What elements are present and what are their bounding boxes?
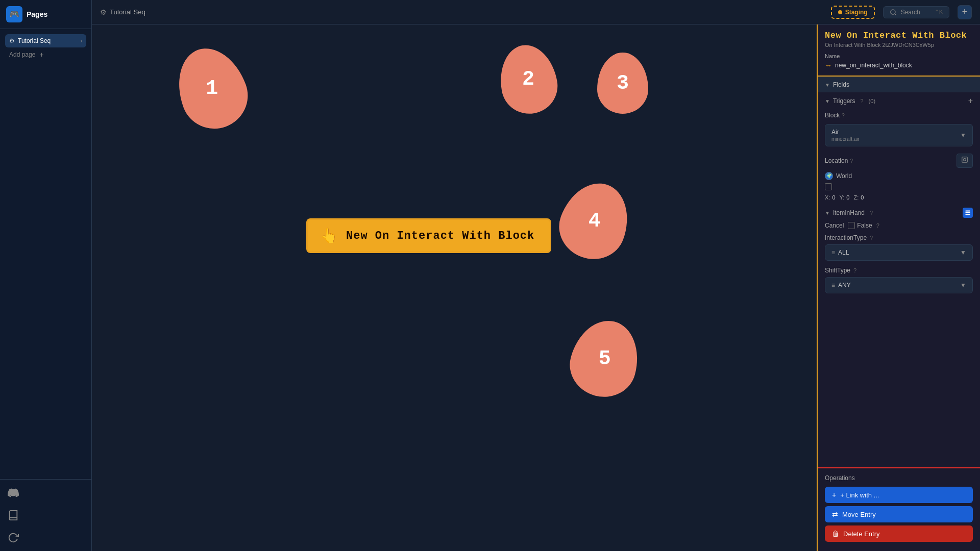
interaction-type-label: InteractionType ? — [825, 234, 973, 241]
move-entry-button[interactable]: ⇄ Move Entry — [825, 506, 973, 522]
triggers-help-icon[interactable]: ? — [860, 98, 863, 104]
logo-symbol: 🎮 — [9, 9, 19, 19]
name-icon: ↔ — [825, 61, 832, 69]
svg-rect-6 — [966, 214, 970, 215]
staging-label: Staging — [845, 9, 868, 16]
interaction-type-value: ALL — [838, 249, 957, 256]
triggers-chevron-icon: ▼ — [825, 98, 830, 104]
shift-type-chevron-icon: ▼ — [960, 282, 966, 289]
fields-section-header[interactable]: ▼ Fields — [818, 77, 980, 92]
breadcrumb-text: Tutorial Seq — [110, 8, 145, 16]
location-header: Location ? — [825, 154, 973, 168]
interaction-type-help-icon[interactable]: ? — [870, 235, 873, 241]
shape-3[interactable]: 3 — [597, 53, 648, 114]
canvas-block-icon: 👆 — [320, 227, 338, 244]
item-in-hand-help-icon[interactable]: ? — [870, 210, 873, 216]
shape-1[interactable]: 1 — [167, 39, 257, 138]
x-value: 0 — [832, 194, 835, 201]
topbar: ⚙ Tutorial Seq Staging Search ⌃K + — [92, 0, 980, 24]
interaction-type-select[interactable]: ≡ ALL ▼ — [825, 244, 973, 261]
shape-3-number: 3 — [617, 72, 629, 95]
breadcrumb-icon: ⚙ — [100, 8, 107, 16]
item-in-hand-badge[interactable] — [963, 208, 973, 218]
shape-5[interactable]: 5 — [563, 313, 647, 405]
item-in-hand-chevron-icon: ▼ — [825, 210, 830, 216]
right-panel-subtitle: On Interact With Block 2tZJWDrCN3CxW5p — [825, 42, 973, 48]
item-in-hand-label: ItemInHand — [833, 209, 865, 216]
y-label: Y: — [840, 194, 845, 201]
link-btn-label: + Link with ... — [840, 491, 879, 499]
add-icon: + — [962, 7, 968, 17]
block-select-chevron-icon: ▼ — [960, 132, 966, 139]
svg-point-3 — [964, 159, 966, 161]
shift-type-value: ANY — [838, 282, 957, 289]
shape-2-number: 2 — [522, 68, 534, 91]
move-icon: ⇄ — [832, 510, 838, 518]
cancel-help-icon[interactable]: ? — [876, 222, 879, 229]
fields-section: ▼ Fields ▼ Triggers ? (0) + Block ? — [818, 77, 980, 467]
search-icon — [890, 9, 897, 16]
right-panel-header: New On Interact With Block On Interact W… — [818, 24, 980, 77]
delete-entry-button[interactable]: 🗑 Delete Entry — [825, 525, 973, 542]
location-screenshot-button[interactable] — [957, 154, 973, 168]
shift-type-select[interactable]: ≡ ANY ▼ — [825, 277, 973, 293]
shape-2[interactable]: 2 — [495, 40, 562, 118]
shift-type-help-icon[interactable]: ? — [853, 267, 856, 273]
svg-rect-4 — [966, 211, 970, 212]
sidebar-item-tutorial-seq[interactable]: ⚙ Tutorial Seq › — [5, 34, 86, 47]
shape-4[interactable]: 4 — [550, 173, 639, 268]
move-btn-label: Move Entry — [842, 511, 876, 518]
name-value: new_on_interact_with_block — [835, 62, 912, 69]
link-with-button[interactable]: + + Link with ... — [825, 487, 973, 503]
fields-label: Fields — [833, 81, 849, 88]
xyz-row: X: 0 Y: 0 Z: 0 — [825, 194, 973, 201]
main-wrapper: ⚙ Tutorial Seq Staging Search ⌃K + 1 2 — [92, 0, 980, 551]
shift-type-section: ShiftType ? ≡ ANY ▼ — [818, 265, 980, 297]
canvas-block[interactable]: 👆 New On Interact With Block — [306, 218, 551, 253]
location-help-icon[interactable]: ? — [850, 158, 853, 164]
x-field: X: 0 — [825, 194, 836, 201]
cancel-label: Cancel — [825, 222, 844, 229]
breadcrumb: ⚙ Tutorial Seq — [100, 8, 145, 16]
triggers-label: Triggers — [833, 97, 855, 105]
add-page-button[interactable]: Add page + — [5, 47, 86, 62]
sidebar-logo: 🎮 Pages — [0, 0, 91, 29]
block-field-label: Block ? — [825, 112, 845, 119]
svg-rect-2 — [962, 157, 968, 163]
block-field-row: Block ? — [818, 109, 980, 122]
discord-icon[interactable] — [6, 486, 20, 500]
z-field: Z: 0 — [853, 194, 864, 201]
staging-badge[interactable]: Staging — [831, 6, 875, 19]
right-panel-name-label: Name — [825, 53, 973, 59]
sidebar-bottom-icons — [0, 479, 91, 551]
triggers-add-icon[interactable]: + — [968, 96, 973, 106]
block-help-icon[interactable]: ? — [842, 113, 845, 118]
shape-5-number: 5 — [599, 347, 611, 370]
block-field-value: Air minecraft:air ▼ — [818, 122, 980, 151]
location-checkbox-row — [825, 183, 973, 190]
cancel-checkbox[interactable] — [848, 222, 855, 229]
book-icon[interactable] — [6, 508, 20, 522]
search-bar[interactable]: Search ⌃K — [883, 6, 949, 18]
y-field: Y: 0 — [840, 194, 850, 201]
operations-title: Operations — [825, 474, 973, 482]
shape-4-number: 4 — [589, 209, 601, 232]
triggers-subsection-header[interactable]: ▼ Triggers ? (0) + — [818, 92, 980, 109]
triggers-count: (0) — [869, 98, 875, 104]
shape-1-number: 1 — [206, 77, 218, 100]
content-area: 1 2 3 4 5 👆 New On Interact With Block — [92, 24, 980, 551]
right-panel: New On Interact With Block On Interact W… — [817, 24, 980, 551]
y-value: 0 — [846, 194, 849, 201]
shift-list-icon: ≡ — [831, 282, 835, 289]
sidebar-nav: ⚙ Tutorial Seq › Add page + — [0, 29, 91, 479]
location-checkbox[interactable] — [825, 183, 832, 190]
canvas-block-label: New On Interact With Block — [346, 230, 534, 242]
cancel-false-label: False — [857, 222, 872, 229]
right-panel-name-value: ↔ new_on_interact_with_block — [825, 61, 973, 69]
add-button[interactable]: + — [958, 5, 972, 19]
interaction-list-icon: ≡ — [831, 249, 835, 256]
cancel-checkbox-container: False — [848, 222, 872, 229]
item-in-hand-header: ▼ ItemInHand ? — [818, 204, 980, 220]
refresh-icon[interactable] — [6, 531, 20, 545]
block-select[interactable]: Air minecraft:air ▼ — [825, 124, 973, 146]
